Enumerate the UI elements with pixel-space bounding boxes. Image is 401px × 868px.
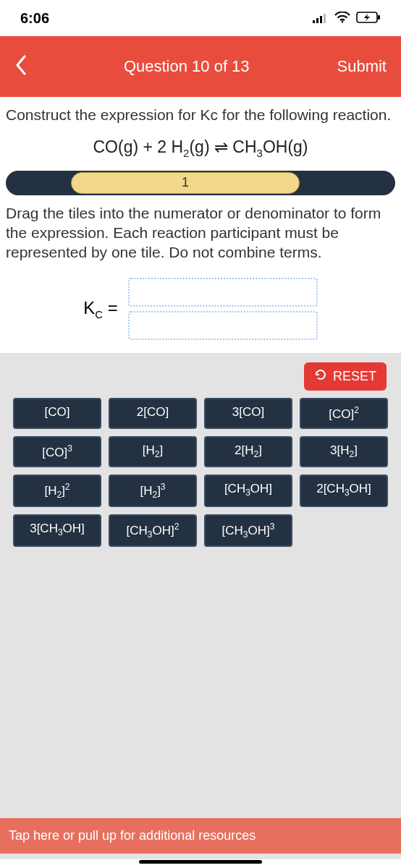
progress-label: 1 [182,175,189,190]
progress-track: 1 [6,171,395,195]
instruction-primary: Construct the expression for Kc for the … [0,97,401,130]
tile-4[interactable]: [CO]3 [13,436,101,467]
tile-2[interactable]: 3[CO] [204,398,292,429]
progress-bar: 1 [0,171,401,195]
tile-3[interactable]: [CO]2 [300,398,388,429]
svg-rect-1 [316,18,318,23]
tile-13[interactable]: [CH3OH]2 [109,514,197,547]
tile-12[interactable]: 3[CH3OH] [13,514,101,547]
tile-7[interactable]: 3[H2] [300,436,388,467]
reset-button[interactable]: RESET [304,362,387,391]
svg-rect-0 [313,20,315,23]
tile-8[interactable]: [H2]2 [13,475,101,507]
svg-point-4 [342,20,344,22]
tile-panel: RESET [CO]2[CO]3[CO][CO]2[CO]3[H2]2[H2]3… [0,353,401,859]
instruction-secondary: Drag the tiles into the numerator or den… [0,195,401,271]
equilibrium-arrow-icon: ⇌ [214,137,228,156]
tile-0[interactable]: [CO] [13,398,101,429]
tile-10[interactable]: [CH3OH] [204,475,292,507]
denominator-dropzone[interactable] [128,311,318,340]
svg-rect-2 [320,16,322,23]
signal-icon [313,10,329,27]
numerator-dropzone[interactable] [128,278,318,307]
resources-label: Tap here or pull up for additional resou… [9,828,256,843]
status-bar: 6:06 [0,0,401,36]
kc-label: KC = [83,298,118,320]
battery-icon [356,10,381,27]
tile-grid: [CO]2[CO]3[CO][CO]2[CO]3[H2]2[H2]3[H2][H… [9,398,392,546]
tile-5[interactable]: [H2] [109,436,197,467]
tile-11[interactable]: 2[CH3OH] [300,475,388,507]
reaction-equation: CO(g) + 2 H2(g) ⇌ CH3OH(g) [0,130,401,171]
back-button[interactable] [14,54,36,79]
tile-14[interactable]: [CH3OH]3 [204,514,292,547]
resources-bar[interactable]: Tap here or pull up for additional resou… [0,818,401,854]
kc-expression: KC = [0,271,401,353]
status-time: 6:06 [20,10,49,27]
tile-1[interactable]: 2[CO] [109,398,197,429]
reset-icon [314,368,327,385]
progress-fill[interactable]: 1 [71,172,300,194]
tile-9[interactable]: [H2]3 [109,475,197,507]
wifi-icon [334,10,350,27]
app-header: Question 10 of 13 Submit [0,36,401,97]
svg-rect-3 [324,14,326,23]
reset-label: RESET [333,369,376,384]
home-indicator[interactable] [139,860,262,864]
tile-6[interactable]: 2[H2] [204,436,292,467]
svg-rect-6 [378,15,380,20]
status-icons [313,10,381,27]
question-title: Question 10 of 13 [124,57,250,76]
submit-button[interactable]: Submit [337,57,387,76]
